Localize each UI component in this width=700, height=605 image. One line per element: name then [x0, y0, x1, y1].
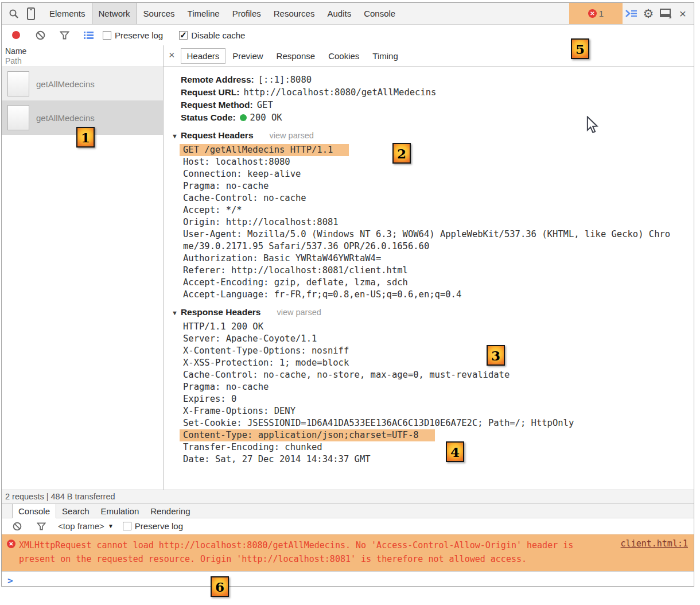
annotation-badge: 4	[446, 441, 464, 462]
settings-gear-icon[interactable]: ⚙	[640, 3, 657, 24]
request-name: getAllMedecins	[36, 79, 95, 89]
response-headers-section[interactable]: ▼Response Headersview parsed	[172, 306, 694, 319]
devtools-frame: ElementsNetworkSourcesTimelineProfilesRe…	[1, 2, 694, 587]
toggle-console-drawer-icon[interactable]	[623, 3, 640, 24]
main-tab[interactable]: Audits	[321, 3, 357, 24]
disable-cache-toggle[interactable]: Disable cache	[179, 30, 255, 40]
raw-header-line: X-Content-Type-Options: nosniff	[183, 345, 672, 357]
close-details-icon[interactable]: ×	[164, 49, 181, 63]
request-headers-section[interactable]: ▼Request Headersview parsed	[172, 129, 694, 142]
disable-cache-checkbox[interactable]	[179, 31, 188, 40]
raw-header-line: GET /getAllMedecins HTTP/1.1	[183, 144, 672, 156]
header-name: Request URL:	[181, 87, 239, 97]
raw-header-line: Accept-Encoding: gzip, deflate, lzma, sd…	[183, 277, 672, 289]
header-value: GET	[257, 100, 273, 110]
raw-header-line: Date: Sat, 27 Dec 2014 14:34:37 GMT	[183, 453, 672, 466]
details-tab[interactable]: Preview	[226, 48, 269, 64]
main-tab[interactable]: Profiles	[226, 3, 267, 24]
details-tab[interactable]: Cookies	[322, 48, 365, 64]
raw-header-line: Host: localhost:8080	[183, 156, 672, 168]
error-source-link[interactable]: client.html:1	[621, 538, 688, 549]
headers-pane: Remote Address:[::1]:8080 Request URL:ht…	[164, 67, 694, 490]
raw-header-line: Transfer-Encoding: chunked	[183, 441, 672, 453]
document-icon	[7, 105, 29, 130]
column-header-path[interactable]: Path	[5, 56, 163, 66]
error-count-badge[interactable]: ✕ 1	[569, 3, 623, 24]
details-tab[interactable]: Headers	[181, 48, 226, 64]
list-view-icon[interactable]	[80, 25, 97, 45]
raw-header-line: X-Frame-Options: DENY	[183, 405, 672, 417]
raw-header-line: Origin: http://localhost:8081	[183, 216, 672, 228]
device-mode-icon[interactable]	[22, 3, 40, 24]
details-tab-strip: × HeadersPreviewResponseCookiesTiming	[164, 45, 694, 67]
main-tab[interactable]: Console	[357, 3, 402, 24]
main-tab[interactable]: Network	[92, 3, 137, 24]
error-count-label: 1	[599, 9, 604, 18]
network-panel: Name Path getAllMedecins getAllMedecins	[2, 45, 694, 490]
disable-cache-label: Disable cache	[191, 30, 245, 40]
frame-selector[interactable]: <top frame>	[58, 521, 104, 531]
raw-header-line: Cache-Control: no-cache, no-store, max-a…	[183, 369, 672, 381]
console-preserve-log-checkbox[interactable]	[123, 522, 131, 530]
column-header-name[interactable]: Name	[5, 46, 163, 56]
chevron-down-icon[interactable]: ▼	[172, 309, 178, 316]
response-headers-raw: HTTP/1.1 200 OKServer: Apache-Coyote/1.1…	[183, 321, 672, 466]
drawer-tab[interactable]: Emulation	[95, 504, 145, 518]
request-row[interactable]: getAllMedecins	[2, 67, 163, 101]
preserve-log-checkbox[interactable]	[103, 31, 111, 40]
main-tabs: ElementsNetworkSourcesTimelineProfilesRe…	[43, 3, 402, 24]
main-tab[interactable]: Timeline	[181, 3, 226, 24]
dropdown-arrow-icon[interactable]: ▼	[108, 523, 114, 529]
header-name: Status Code:	[181, 113, 236, 122]
console-prompt-chevron[interactable]: >	[2, 572, 694, 586]
details-tab[interactable]: Timing	[366, 48, 404, 64]
header-name: Request Method:	[181, 100, 253, 110]
main-tab[interactable]: Resources	[267, 3, 321, 24]
header-name: Remote Address:	[181, 75, 254, 84]
raw-header-line: Set-Cookie: JSESSIONID=1D6A41DA533EE136A…	[183, 417, 672, 429]
details-tab[interactable]: Response	[270, 48, 322, 64]
drawer-tab[interactable]: Rendering	[145, 504, 196, 518]
view-parsed-link[interactable]: view parsed	[277, 308, 321, 317]
filter-icon[interactable]	[56, 25, 73, 45]
document-icon	[7, 71, 29, 96]
network-toolbar: Preserve log Disable cache	[2, 25, 694, 45]
chevron-down-icon[interactable]: ▼	[172, 133, 178, 139]
drawer-tab[interactable]: Search	[56, 504, 95, 518]
raw-header-line: Content-Type: application/json;charset=U…	[183, 429, 672, 441]
main-tab[interactable]: Sources	[137, 3, 181, 24]
preserve-log-label: Preserve log	[115, 30, 163, 40]
requests-list-header[interactable]: Name Path	[2, 45, 163, 67]
annotation-badge: 2	[392, 143, 411, 164]
close-devtools-icon[interactable]: ×	[674, 3, 691, 24]
main-tab[interactable]: Elements	[43, 3, 92, 24]
requests-summary-bar: 2 requests | 484 B transferred	[2, 490, 694, 503]
raw-header-line: Connection: keep-alive	[183, 168, 672, 180]
raw-header-line: Referer: http://localhost:8081/client.ht…	[183, 265, 672, 277]
error-message: XMLHttpRequest cannot load http://localh…	[19, 538, 587, 566]
general-header-row: Request URL:http://localhost:8080/getAll…	[181, 86, 694, 99]
inspect-element-icon[interactable]	[5, 3, 22, 24]
header-value: [::1]:8080	[258, 75, 312, 85]
console-drawer: ConsoleSearchEmulationRendering <top fra…	[2, 503, 694, 586]
main-toolbar: ElementsNetworkSourcesTimelineProfilesRe…	[2, 3, 694, 25]
view-parsed-link[interactable]: view parsed	[270, 131, 314, 140]
annotation-badge: 6	[211, 576, 229, 597]
header-value: http://localhost:8080/getAllMedecins	[243, 87, 436, 98]
record-button[interactable]	[12, 31, 20, 39]
console-filter-icon[interactable]	[33, 516, 50, 537]
error-icon: ✕	[588, 9, 597, 18]
raw-header-line: Cache-Control: no-cache	[183, 192, 672, 204]
raw-header-line: Accept: */*	[183, 204, 672, 216]
request-headers-raw: GET /getAllMedecins HTTP/1.1Host: localh…	[183, 144, 672, 301]
raw-header-line: Pragma: no-cache	[183, 180, 672, 192]
raw-header-line: Authorization: Basic YWRtaW46YWRtaW4=	[183, 253, 672, 265]
clear-requests-icon[interactable]	[32, 25, 49, 45]
clear-console-icon[interactable]	[9, 516, 26, 537]
error-icon: ✕	[7, 540, 15, 548]
raw-header-line: Pragma: no-cache	[183, 381, 672, 393]
console-preserve-log-toggle[interactable]: Preserve log	[123, 521, 193, 531]
preserve-log-toggle[interactable]: Preserve log	[103, 30, 173, 40]
raw-header-line: HTTP/1.1 200 OK	[183, 321, 672, 333]
dock-side-icon[interactable]	[657, 3, 674, 24]
